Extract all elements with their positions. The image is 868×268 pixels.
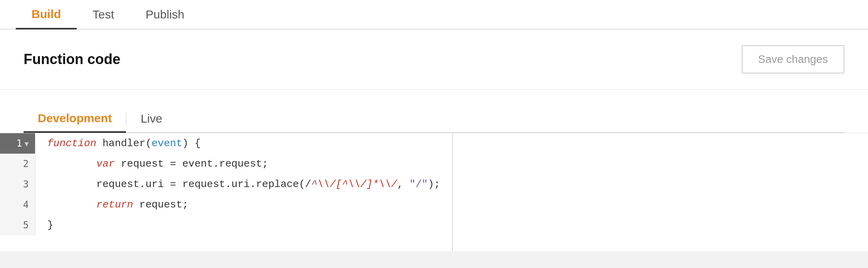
keyword-return: return <box>96 199 133 211</box>
code-plain-1b: ) { <box>182 138 201 149</box>
code-line-1: 1 ▼ function handler(event) { <box>0 133 452 154</box>
code-indent-4 <box>47 199 96 211</box>
code-line-2: 2 var request = event.request; <box>0 154 452 174</box>
code-line-5: 5 } <box>0 215 452 235</box>
code-plain-3a: request.uri = request.uri.replace(/ <box>47 178 311 190</box>
keyword-function: function <box>47 138 96 149</box>
line-num-text-1: 1 <box>17 138 22 149</box>
save-changes-button[interactable]: Save changes <box>742 45 844 73</box>
code-indent-2 <box>47 158 96 170</box>
fold-icon-1[interactable]: ▼ <box>24 140 29 148</box>
keyword-var: var <box>96 158 115 170</box>
line-num-text-2: 2 <box>23 158 29 169</box>
top-tab-bar: Build Test Publish <box>0 0 868 29</box>
line-number-4: 4 <box>0 195 35 215</box>
line-number-5: 5 <box>0 215 35 235</box>
code-string-3: "/" <box>410 178 428 190</box>
line-num-text-5: 5 <box>23 220 29 231</box>
code-param-event: event <box>151 138 182 149</box>
code-editor: 1 ▼ function handler(event) { 2 var requ… <box>0 133 868 251</box>
code-plain-4: request; <box>133 199 188 211</box>
code-plain-1a: handler( <box>96 138 151 149</box>
line-number-2: 2 <box>0 154 35 174</box>
code-section: Development Live <box>0 90 868 133</box>
sub-tab-development[interactable]: Development <box>24 105 126 133</box>
line-content-2: var request = event.request; <box>35 154 452 174</box>
line-content-3: request.uri = request.uri.replace(/^\\/[… <box>35 174 452 195</box>
editor-row: 1 ▼ function handler(event) { 2 var requ… <box>0 133 868 251</box>
tab-build[interactable]: Build <box>16 0 77 29</box>
line-content-4: return request; <box>35 195 452 215</box>
main-content: Function code Save changes Development L… <box>0 29 868 251</box>
editor-left[interactable]: 1 ▼ function handler(event) { 2 var requ… <box>0 133 452 251</box>
code-line-4: 4 return request; <box>0 195 452 215</box>
section-header: Function code Save changes <box>0 29 868 90</box>
code-plain-3b: , <box>397 178 409 190</box>
line-number-1: 1 ▼ <box>0 133 35 154</box>
code-line-3: 3 request.uri = request.uri.replace(/^\\… <box>0 174 452 195</box>
right-panel <box>452 133 868 251</box>
section-title: Function code <box>24 51 120 68</box>
code-plain-2: request = event.request; <box>115 158 268 170</box>
sub-tab-live[interactable]: Live <box>126 106 176 133</box>
line-content-1: function handler(event) { <box>35 133 452 154</box>
code-plain-3c: ); <box>428 178 440 190</box>
line-content-5: } <box>35 215 452 235</box>
line-number-3: 3 <box>0 174 35 195</box>
sub-tab-bar: Development Live <box>24 105 844 133</box>
code-regex-3: ^\\/[^\\/]*\\/ <box>311 178 397 190</box>
tab-publish[interactable]: Publish <box>130 1 200 29</box>
line-num-text-3: 3 <box>23 179 29 190</box>
tab-test[interactable]: Test <box>77 1 130 29</box>
code-brace-close: } <box>47 219 54 231</box>
line-num-text-4: 4 <box>23 199 29 210</box>
